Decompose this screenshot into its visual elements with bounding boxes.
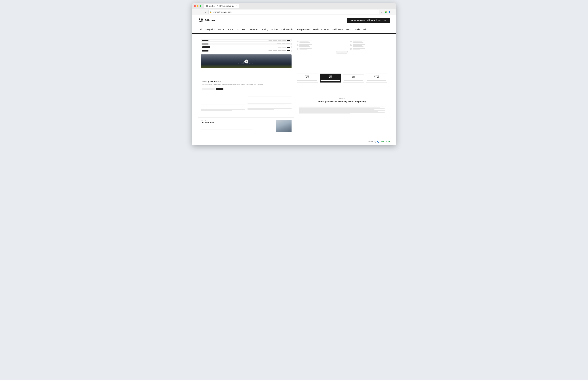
bookmark-icon[interactable]: ☆ (380, 11, 383, 13)
back-button[interactable]: ← (194, 10, 197, 14)
svg-rect-2 (200, 21, 201, 22)
feature-line-4b (299, 41, 309, 42)
cta-subscribe-button[interactable]: SUBSCRIBE (216, 88, 223, 90)
nav-tabs[interactable]: Tabs (362, 28, 369, 31)
close-button[interactable] (194, 5, 196, 7)
nav-articles[interactable]: Articles (270, 28, 280, 31)
features-list-right (350, 39, 387, 65)
article-col-1: IMPORTANT NOTE (201, 96, 245, 111)
profile-icon[interactable]: 👤 (388, 11, 391, 13)
feature-row-3 (350, 48, 387, 50)
address-bar[interactable]: 🔒 stitches.hyperyolo.com (209, 10, 379, 14)
forward-button[interactable]: → (199, 10, 202, 14)
page-content: Stitches Generate HTML with Functional C… (192, 15, 396, 145)
footer-made-by: Made by (368, 140, 376, 143)
extensions-icon[interactable]: 🧩 (384, 11, 387, 13)
pricing-period-3: / mo (344, 78, 363, 79)
nav-navigation[interactable]: Navigation (204, 28, 216, 31)
blog-line-1 (299, 105, 385, 105)
main-content-grid: ▶ WATCH VIDEO Differentiate Yourself And… (192, 34, 396, 138)
article-line-17 (248, 106, 288, 106)
browser-tab[interactable]: Stitches - A HTML template g... × (204, 4, 239, 8)
pricing-buy-1 (297, 80, 317, 81)
menu-icon[interactable]: ⋮ (392, 11, 394, 13)
nav-call-to-action[interactable]: Call to Action (280, 28, 295, 31)
nav-link-preview-4 (282, 40, 286, 40)
nav-link-preview-7 (286, 43, 290, 44)
workflow-text: BEST SERVICE Our Work Flow (201, 120, 274, 130)
pricing-preview-content: BASIC PLAN $29 / mo YOUR PLAN $59 / mo $… (294, 71, 390, 85)
tab-title: Stitches - A HTML template g... (209, 5, 234, 7)
toolbar-icons: ☆ 🧩 👤 ⋮ (380, 11, 394, 13)
new-tab-button[interactable]: + (241, 4, 245, 8)
workflow-image (276, 120, 292, 132)
article-line-3 (201, 101, 243, 101)
page-footer: Made by 🐾 Amie Chen (192, 138, 396, 145)
nav-logo-preview (202, 40, 209, 41)
article-spacer (201, 103, 245, 104)
nav-links-preview-3 (278, 47, 290, 48)
articles-preview-content: IMPORTANT NOTE (198, 94, 294, 113)
nav-stats[interactable]: Stats (344, 28, 352, 31)
logo-text: Stitches (205, 19, 215, 22)
nav-features[interactable]: Features (249, 28, 260, 31)
svg-rect-3 (201, 20, 203, 22)
feature-line-1c (353, 42, 363, 43)
nav-feed-comments[interactable]: Feed/Comments (312, 28, 330, 31)
feature-line-4c (299, 42, 310, 43)
blog-line-5 (299, 108, 385, 109)
feature-text-6 (299, 48, 312, 50)
pricing-label-4: ENTERPRISE PLAN (367, 75, 386, 76)
reload-button[interactable]: ↻ (204, 10, 207, 14)
site-logo: Stitches (198, 18, 215, 23)
nav-pricing[interactable]: Pricing (260, 28, 270, 31)
pricing-buy-3 (344, 80, 363, 81)
pricing-price-4: $199 (367, 76, 386, 78)
nav-btn-preview-3 (287, 50, 290, 51)
generate-button[interactable]: Generate HTML with Functional CSS (347, 18, 390, 23)
feature-text-2 (353, 44, 365, 47)
nav-logo-preview-4 (202, 50, 209, 52)
cta-preview-content: Grow Up Your Business Etias auito truth … (198, 71, 294, 94)
minimize-button[interactable] (197, 5, 199, 7)
nav-progress-bar[interactable]: Progress Bar (296, 28, 311, 31)
feature-line-2b (353, 45, 362, 46)
workflow-line-6 (201, 130, 252, 130)
browser-toolbar: ← → ↻ 🔒 stitches.hyperyolo.com ☆ 🧩 👤 ⋮ (192, 9, 396, 15)
workflow-section-label: BEST SERVICE (201, 120, 274, 121)
nav-form[interactable]: Form (226, 28, 234, 31)
nav-notification[interactable]: Notification (331, 28, 344, 31)
feature-line-5a (299, 44, 312, 45)
feature-row-4 (297, 40, 334, 43)
pricing-period-2: / mo (321, 78, 340, 79)
maximize-button[interactable] (200, 5, 201, 7)
cta-spacer (202, 75, 290, 79)
article-line-12 (248, 99, 289, 99)
tab-close-icon[interactable]: × (235, 5, 237, 7)
pricing-card-enterprise: ENTERPRISE PLAN $199 / mo (366, 74, 387, 82)
site-header: Stitches Generate HTML with Functional C… (192, 15, 396, 26)
nav-link-preview-13 (282, 50, 286, 51)
heart-icon: 🐾 (377, 140, 379, 143)
nav-link-preview-11 (273, 50, 277, 51)
pricing-price-3: $79 (344, 76, 363, 78)
nav-cards[interactable]: Cards (353, 28, 361, 31)
tab-favicon (206, 5, 208, 7)
nav-all[interactable]: All (198, 28, 203, 31)
grid-item-workflow: BEST SERVICE Our Work Flow (198, 117, 294, 135)
nav-footer[interactable]: Footer (217, 28, 226, 31)
nav-list[interactable]: List (234, 28, 240, 31)
feature-dot-1 (350, 40, 352, 42)
article-line-5 (201, 105, 245, 105)
blog-line-10 (299, 113, 350, 114)
feature-row-5 (297, 44, 334, 47)
nav-link-preview-10 (269, 50, 272, 51)
pricing-label-1: BASIC PLAN (297, 75, 317, 76)
cta-actions: SUBSCRIBE (202, 88, 290, 90)
cta-body: Etias auito truth dolor in reprehenderit… (202, 84, 290, 85)
nav-hero[interactable]: Hero (241, 28, 248, 31)
article-line-7 (201, 107, 242, 107)
workflow-line-1 (201, 125, 274, 125)
nav-link-preview-12 (278, 50, 281, 51)
article-line-18 (248, 108, 292, 109)
